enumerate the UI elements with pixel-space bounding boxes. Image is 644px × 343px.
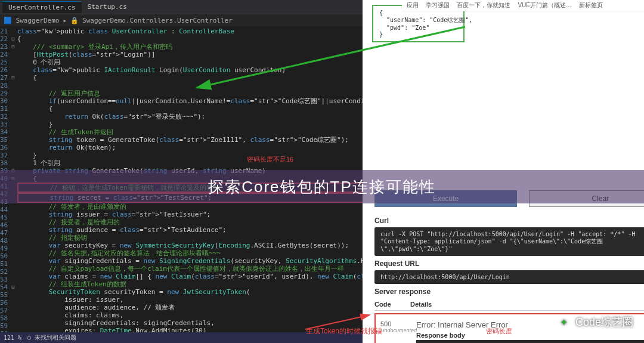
keysize-label: 密码长度 [486,327,512,336]
server-response-label: Server response [374,288,644,296]
curl-label: Curl [374,217,644,225]
line-numbers: 2122232425262728293031323334353637383940… [0,26,11,343]
status-code: 500 [380,320,416,327]
breadcrumb: 🟦 SwaggerDemo ▸ 🔒 SwaggerDemo.Controller… [0,14,363,26]
code-area[interactable]: class="kw">public class UserController :… [15,26,363,343]
breadcrumb-path: SwaggerDemo.Controllers.UserController [82,17,233,24]
request-url-block[interactable]: http://localhost:5000/api/User/Login [374,270,644,284]
error-body[interactable]: System.ArgumentOutOfRangeException: IDX1… [416,340,644,343]
swagger-panel: 应用学习强国百度一下，你就知道VUE开门篇（概述…新标签页 { "userNam… [363,0,644,343]
undocumented-label: Undocumented [380,327,416,333]
token-error-label: 生成Token的时候就报错 [306,326,382,336]
execute-button[interactable]: Execute [374,190,517,207]
request-url-label: Request URL [374,259,644,268]
editor-tabs: UserController.cs Startup.cs [0,0,363,14]
response-section: Curl curl -X POST "http://localhost:5000… [363,207,644,343]
zoom-level: 121 % [4,335,21,341]
no-issues: ◯ 未找到相关问题 [27,333,76,342]
code-header: Code [374,301,410,308]
breadcrumb-project: 🟦 SwaggerDemo [4,17,59,24]
class-icon: 🔒 [70,17,79,24]
pwd-len-label: 密码长度不足16 [247,155,293,164]
tab-usercontroller[interactable]: UserController.cs [2,1,82,13]
ide-panel: UserController.cs Startup.cs 🟦 SwaggerDe… [0,0,363,343]
response-body-label: Response body [416,332,644,339]
curl-block[interactable]: curl -X POST "http://localhost:5000/api/… [374,227,644,256]
browser-bookmarks: 应用学习强国百度一下，你就知道VUE开门篇（概述…新标签页 [402,0,644,11]
details-header: Details [410,301,432,308]
error-title: Error: Internal Server Error [416,320,644,329]
clear-button[interactable]: Clear [529,190,644,207]
tab-startup[interactable]: Startup.cs [82,1,133,13]
code-editor[interactable]: 2122232425262728293031323334353637383940… [0,26,363,343]
